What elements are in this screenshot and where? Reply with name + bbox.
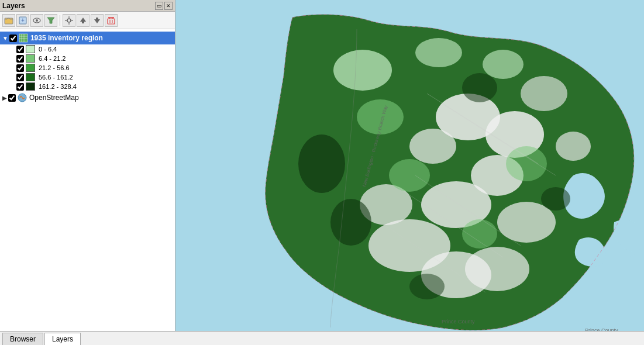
svg-rect-11 bbox=[82, 22, 84, 23]
svg-point-48 bbox=[462, 73, 497, 102]
close-button[interactable]: ✕ bbox=[164, 2, 173, 10]
svg-point-43 bbox=[506, 146, 547, 181]
settings-button[interactable] bbox=[63, 14, 75, 27]
legend-2-checkbox[interactable] bbox=[16, 64, 24, 72]
legend-swatch-2 bbox=[26, 64, 35, 72]
move-up-button[interactable] bbox=[77, 14, 89, 27]
svg-point-5 bbox=[67, 19, 71, 22]
legend-item-4: 161.2 - 328.4 bbox=[14, 82, 175, 91]
svg-point-27 bbox=[333, 50, 392, 91]
svg-point-44 bbox=[462, 219, 497, 249]
svg-marker-12 bbox=[94, 19, 100, 23]
legend-4-checkbox[interactable] bbox=[16, 83, 24, 91]
svg-point-40 bbox=[521, 76, 567, 111]
legend-label-1: 6.4 - 21.2 bbox=[39, 55, 66, 62]
map-canvas[interactable]: New Burlington - Rockaway Branch Way Pri… bbox=[175, 0, 644, 331]
legend-3-checkbox[interactable] bbox=[16, 74, 24, 81]
layer-osm-checkbox[interactable] bbox=[8, 94, 16, 102]
filter-button[interactable] bbox=[44, 14, 57, 27]
svg-rect-0 bbox=[5, 18, 13, 24]
svg-marker-10 bbox=[80, 18, 86, 22]
legend-label-4: 161.2 - 328.4 bbox=[39, 83, 77, 90]
legend-label-3: 56.6 - 161.2 bbox=[39, 74, 73, 81]
toggle-visibility-button[interactable] bbox=[30, 14, 43, 27]
svg-rect-13 bbox=[96, 18, 98, 19]
layer-1935-checkbox[interactable] bbox=[9, 34, 17, 42]
legend-items-1935: 0 - 6.4 6.4 - 21.2 21.2 - 56.6 bbox=[0, 44, 175, 91]
bottom-tab-bar: Browser Layers bbox=[0, 331, 644, 345]
layer-osm-name: OpenStreetMap bbox=[29, 94, 79, 102]
svg-text:+: + bbox=[21, 17, 25, 23]
svg-point-41 bbox=[556, 132, 591, 161]
svg-point-50 bbox=[409, 274, 445, 299]
legend-swatch-0 bbox=[26, 45, 35, 53]
legend-swatch-1 bbox=[26, 54, 35, 63]
layer-1935-icon bbox=[19, 33, 28, 43]
title-controls: ▭ ✕ bbox=[155, 2, 173, 10]
legend-item-2: 21.2 - 56.6 bbox=[14, 63, 175, 73]
legend-1-checkbox[interactable] bbox=[16, 55, 24, 63]
svg-point-29 bbox=[483, 50, 524, 79]
legend-item-3: 56.6 - 161.2 bbox=[14, 73, 175, 82]
layers-list: ▼ 1935 inventory region 0 - 6.4 bbox=[0, 29, 175, 331]
svg-point-4 bbox=[36, 19, 38, 22]
svg-point-39 bbox=[409, 129, 456, 164]
map-svg: New Burlington - Rockaway Branch Way Pri… bbox=[175, 0, 644, 331]
separator1 bbox=[60, 15, 60, 26]
layer-1935-header[interactable]: ▼ 1935 inventory region bbox=[0, 32, 175, 44]
panel-title-bar: Layers ▭ ✕ bbox=[0, 0, 175, 12]
add-layer-button[interactable]: + bbox=[16, 14, 29, 27]
legend-swatch-4 bbox=[26, 82, 35, 91]
svg-point-49 bbox=[541, 187, 570, 211]
tab-layers[interactable]: Layers bbox=[44, 333, 81, 345]
layer-group-1935: ▼ 1935 inventory region 0 - 6.4 bbox=[0, 32, 175, 91]
layers-panel: Layers ▭ ✕ + bbox=[0, 0, 175, 331]
svg-text:Prince County: Prince County bbox=[442, 319, 475, 325]
svg-point-45 bbox=[389, 159, 430, 192]
legend-0-checkbox[interactable] bbox=[16, 46, 24, 53]
layer-1935-name: 1935 inventory region bbox=[30, 34, 103, 42]
expand-arrow-osm[interactable]: ▶ bbox=[2, 95, 7, 101]
legend-label-0: 0 - 6.4 bbox=[39, 46, 57, 53]
legend-swatch-3 bbox=[26, 73, 35, 81]
svg-point-46 bbox=[298, 134, 345, 193]
remove-layer-button[interactable] bbox=[105, 14, 118, 27]
open-layer-button[interactable] bbox=[2, 14, 15, 27]
legend-item-1: 6.4 - 21.2 bbox=[14, 54, 175, 63]
svg-text:Prince County: Prince County bbox=[585, 327, 618, 331]
layer-osm-icon bbox=[18, 93, 27, 102]
svg-rect-20 bbox=[19, 34, 27, 42]
minimize-button[interactable]: ▭ bbox=[155, 2, 163, 10]
svg-point-47 bbox=[330, 199, 371, 246]
svg-point-28 bbox=[415, 38, 462, 67]
panel-title: Layers bbox=[2, 2, 25, 10]
expand-arrow-1935[interactable]: ▼ bbox=[2, 35, 8, 42]
layer-toolbar: + bbox=[0, 12, 175, 29]
layer-osm-row[interactable]: ▶ OpenStreetMap bbox=[0, 91, 175, 104]
legend-item-0: 0 - 6.4 bbox=[14, 44, 175, 54]
svg-rect-14 bbox=[108, 19, 115, 24]
tab-browser[interactable]: Browser bbox=[2, 333, 43, 345]
legend-label-2: 21.2 - 56.6 bbox=[39, 64, 70, 71]
move-down-button[interactable] bbox=[91, 14, 104, 27]
